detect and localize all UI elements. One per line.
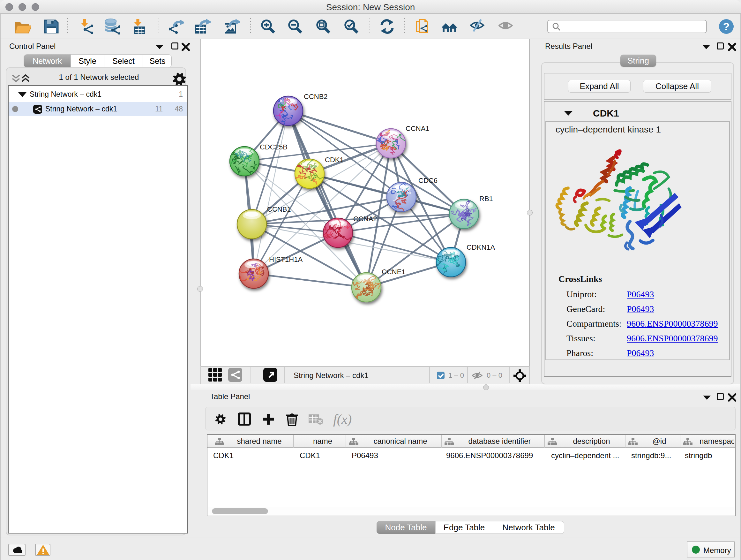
svg-text:CDC6: CDC6 (418, 177, 437, 185)
svg-text:HIST1H1A: HIST1H1A (269, 255, 302, 263)
svg-text:CDKN1A: CDKN1A (467, 243, 495, 251)
svg-text:CCNE1: CCNE1 (382, 268, 406, 276)
svg-text:RB1: RB1 (479, 195, 493, 203)
svg-text:CCNA1: CCNA1 (406, 125, 429, 132)
svg-text:CCNB1: CCNB1 (267, 205, 291, 213)
svg-text:CDC25B: CDC25B (260, 143, 287, 151)
svg-text:CCNB2: CCNB2 (304, 92, 328, 101)
svg-text:CDK1: CDK1 (325, 156, 344, 164)
svg-text:CCNA2: CCNA2 (353, 215, 377, 223)
